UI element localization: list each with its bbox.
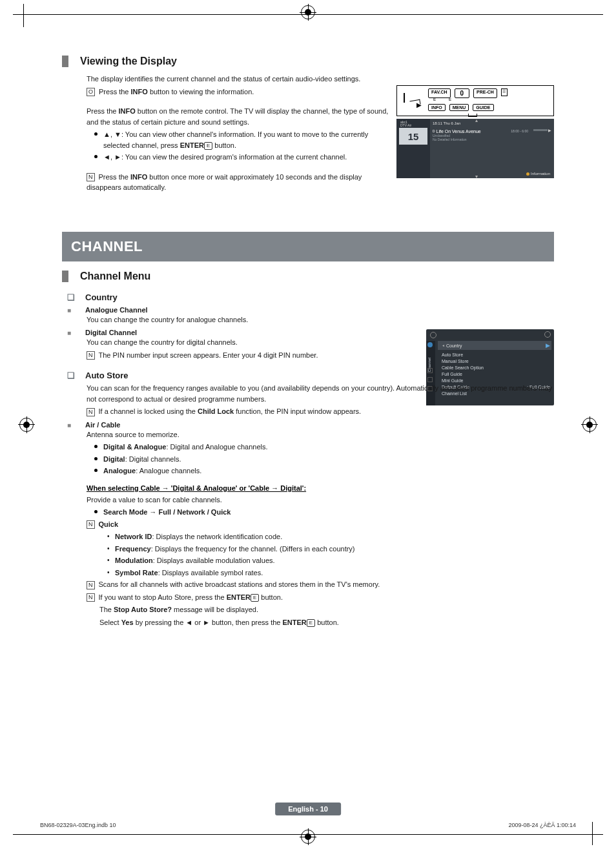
body-text: Antenna source to memorize. [87,429,554,440]
body-text: The PIN number input screen appears. Ent… [99,351,318,359]
subsection-title: When selecting Cable → 'Digital & Analog… [87,484,554,492]
sub-title: Analogue Channel [85,306,148,314]
body-text: Scans for all channels with active broad… [99,580,380,588]
body-text: The Stop Auto Store? message will be dis… [99,604,554,615]
list-item: Digital: Digital channels. [94,454,554,465]
sub-marker: ■ [67,307,79,314]
section-title: Viewing the Display [80,56,177,67]
crop-line [23,4,24,27]
list-item: Symbol Rate: Displays available symbol r… [107,568,554,578]
body-text: If a channel is locked using the Child L… [99,407,362,415]
sub-title: Air / Cable [85,421,120,429]
enter-icon: E [204,142,212,150]
list-item: Search Mode → Full / Network / Quick [94,507,554,518]
body-text: Provide a value to scan for cable channe… [87,495,554,506]
section-title: Channel Menu [80,271,150,282]
list-item: Modulation: Displays available modulatio… [107,555,554,566]
list-item: ▲, ▼: You can view other channel's infor… [94,129,396,150]
sub-title: Digital Channel [85,329,137,336]
body-text: You can scan for the frequency ranges av… [87,383,554,404]
list-item: ◄, ►: You can view the desired program's… [94,152,396,163]
registration-mark-icon [301,830,315,844]
sub-marker: ■ [67,329,79,336]
section-header: Viewing the Display [62,56,554,67]
section-header: Channel Menu [62,271,554,282]
registration-mark-icon [582,418,597,432]
enter-icon: E [251,594,259,602]
crop-line [592,822,593,845]
body-text: Press the INFO button on the remote cont… [87,106,396,127]
q-title: Auto Store [85,371,128,380]
body-text: If you want to stop Auto Store, press th… [99,593,283,601]
footer-right: 2009-08-24 ¿ÀÈÄ 1:00:14 [508,822,576,828]
note-icon: N [87,581,95,589]
page-footer: English - 10 [275,803,341,815]
body-text: Press the INFO button to viewing the inf… [99,88,254,96]
body-text: You can change the country for digital c… [87,337,554,348]
q-marker: ❏ [67,292,79,302]
note-icon: N [87,173,95,181]
registration-mark-icon [19,418,34,432]
list-item: Digital & Analogue: Digital and Analogue… [94,442,554,453]
note-icon: N [87,408,95,416]
body-text: Quick [99,520,119,528]
body-text: Select Yes by pressing the ◄ or ► button… [99,617,554,628]
list-item: Frequency: Displays the frequency for th… [107,544,554,555]
body-text: You can change the country for analogue … [87,314,554,325]
body-text: The display identifies the current chann… [87,74,396,85]
note-icon: N [87,593,95,602]
note-icon: O [87,88,95,96]
body-text: Press the INFO button once more or wait … [87,173,362,192]
sub-marker: ■ [67,422,79,429]
channel-banner: CHANNEL [62,232,554,261]
footer-left: BN68-02329A-03Eng.indb 10 [40,822,116,828]
note-icon: N [87,351,95,360]
enter-icon: E [307,619,315,627]
q-marker: ❏ [67,371,79,380]
note-icon: N [87,520,95,529]
list-item: Analogue: Analogue channels. [94,465,554,476]
q-title: Country [85,292,118,302]
registration-mark-icon [301,5,315,19]
list-item: Network ID: Displays the network identif… [107,531,554,542]
